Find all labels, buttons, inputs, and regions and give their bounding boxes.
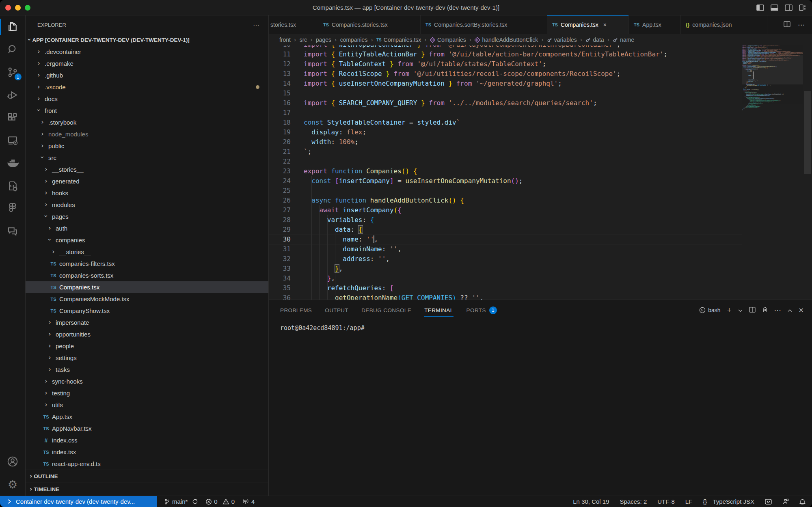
tree-item-settings[interactable]: ›settings [26, 352, 268, 364]
tree-item-tasks[interactable]: ›tasks [26, 364, 268, 375]
code-editor[interactable]: 10import { WithTopBarContainer } from '@… [269, 45, 812, 300]
accessibility-person-icon[interactable] [782, 498, 789, 505]
tree-item-appnavbar-tsx[interactable]: TSAppNavbar.tsx [26, 423, 268, 434]
zoom-window-button[interactable] [25, 5, 30, 11]
terminal-dropdown-chevron-icon[interactable] [738, 307, 743, 313]
tab-stories-tsx[interactable]: stories.tsx [269, 15, 318, 34]
close-panel-icon[interactable]: ✕ [799, 306, 804, 314]
tree-item-companies-tsx[interactable]: TSCompanies.tsx [26, 281, 268, 293]
tree-item-index-css[interactable]: #index.css [26, 434, 268, 446]
activity-run-debug-icon[interactable] [0, 84, 26, 106]
code-line-23[interactable]: 23export function Companies() { [269, 166, 742, 176]
activity-extensions-icon[interactable] [0, 106, 26, 129]
breadcrumb-item-src[interactable]: src [300, 37, 307, 43]
tree-item--devcontainer[interactable]: ›.devcontainer [26, 46, 268, 58]
code-line-19[interactable]: 19 display: flex; [269, 127, 742, 137]
tree-item-modules[interactable]: ›modules [26, 199, 268, 211]
tree-item-pages[interactable]: ›pages [26, 211, 268, 222]
tree-item-node-modules[interactable]: ›node_modules [26, 128, 268, 140]
tree-item-docs[interactable]: ›docs [26, 93, 268, 105]
panel-tab-output[interactable]: OUTPUT [325, 300, 348, 320]
tree-item-index-tsx[interactable]: TSindex.tsx [26, 446, 268, 458]
activity-docker-icon[interactable] [0, 152, 26, 175]
breadcrumb-item-data[interactable]: data [585, 37, 604, 43]
breadcrumb-item-companies[interactable]: companies [340, 37, 368, 43]
remote-indicator[interactable]: Container dev-twenty-dev (dev-twenty-dev… [0, 496, 157, 507]
tree-item-auth[interactable]: ›auth [26, 222, 268, 234]
cursor-position-item[interactable]: Ln 30, Col 19 [573, 498, 609, 505]
code-line-27[interactable]: 27 await insertCompany({ [269, 205, 742, 215]
code-line-26[interactable]: 26 async function handleAddButtonClick()… [269, 196, 742, 205]
tree-item--storybook[interactable]: ›.storybook [26, 117, 268, 128]
feedback-icon[interactable] [765, 498, 772, 505]
outline-section[interactable]: › OUTLINE [26, 470, 268, 483]
tree-item-sync-hooks[interactable]: ›sync-hooks [26, 375, 268, 387]
terminal[interactable]: root@0a42ecd84891:/app# [269, 320, 812, 332]
tree-item-generated[interactable]: ›generated [26, 175, 268, 187]
minimap[interactable]: import { getOperationName } from '@apoll… [742, 45, 803, 300]
code-line-18[interactable]: 18const StyledTableContainer = styled.di… [269, 118, 742, 127]
tree-item-hooks[interactable]: ›hooks [26, 187, 268, 199]
code-line-14[interactable]: 14import { useInsertOneCompanyMutation }… [269, 79, 742, 88]
tree-item-public[interactable]: ›public [26, 140, 268, 152]
tree-item-companyshow-tsx[interactable]: TSCompanyShow.tsx [26, 305, 268, 317]
tree-item-src[interactable]: ›src [26, 152, 268, 164]
tree-item-utils[interactable]: ›utils [26, 399, 268, 411]
panel-tab-problems[interactable]: PROBLEMS [280, 300, 312, 320]
tab-app-tsx[interactable]: TSApp.tsx [629, 15, 681, 34]
activity-search-icon[interactable] [0, 38, 26, 61]
activity-remote-explorer-icon[interactable] [0, 129, 26, 152]
tree-item--stories-[interactable]: ›__stories__ [26, 246, 268, 258]
activity-account-icon[interactable] [0, 450, 26, 473]
tree-item-companies-sorts-tsx[interactable]: TScompanies-sorts.tsx [26, 270, 268, 281]
ports-item[interactable]: 4 [242, 498, 255, 505]
code-line-25[interactable]: 25 [269, 186, 742, 196]
toggle-panel-icon[interactable] [771, 4, 778, 11]
code-line-11[interactable]: 11import { EntityTableActionBar } from '… [269, 50, 742, 59]
code-line-13[interactable]: 13import { RecoilScope } from '@/ui/util… [269, 69, 742, 79]
explorer-more-actions-icon[interactable]: ⋯ [253, 21, 260, 29]
close-window-button[interactable] [5, 5, 11, 11]
kill-terminal-trash-icon[interactable] [762, 306, 768, 314]
activity-comments-icon[interactable] [0, 220, 26, 243]
tree-item-front[interactable]: ›front [26, 105, 268, 117]
problems-item[interactable]: 0 0 [205, 498, 235, 505]
code-line-29[interactable]: 29 data: { [269, 225, 742, 235]
breadcrumb-item-pages[interactable]: pages [316, 37, 331, 43]
code-line-30[interactable]: 30 name: '', [269, 235, 742, 244]
indentation-item[interactable]: Spaces: 2 [620, 498, 647, 505]
eol-item[interactable]: LF [685, 498, 693, 505]
more-actions-icon[interactable]: ⋯ [798, 21, 805, 29]
notifications-bell-icon[interactable] [799, 498, 806, 505]
tree-item--github[interactable]: ›.github [26, 69, 268, 81]
code-line-34[interactable]: 34 }, [269, 274, 742, 283]
tree-item-companiesmockmode-tsx[interactable]: TSCompaniesMockMode.tsx [26, 293, 268, 305]
tree-item-testing[interactable]: ›testing [26, 387, 268, 399]
activity-settings-gear-icon[interactable]: ⚙ [0, 473, 26, 496]
tab-companies-stories-tsx[interactable]: TSCompanies.stories.tsx [318, 15, 421, 34]
close-tab-icon[interactable]: × [603, 22, 607, 28]
code-line-16[interactable]: 16import { SEARCH_COMPANY_QUERY } from '… [269, 98, 742, 108]
tab-companies-json[interactable]: {}companies.json [681, 15, 767, 34]
code-line-24[interactable]: 24 const [insertCompany] = useInsertOneC… [269, 176, 742, 186]
minimize-window-button[interactable] [15, 5, 21, 11]
code-line-17[interactable]: 17 [269, 108, 742, 118]
breadcrumb-item-variables[interactable]: variables [547, 37, 577, 43]
breadcrumb-item-front[interactable]: front [279, 37, 291, 43]
tab-companies-sortby-stories-tsx[interactable]: TSCompanies.sortBy.stories.tsx [421, 15, 547, 34]
code-line-36[interactable]: 36 getOperationName(GET_COMPANIES) ?? ''… [269, 293, 742, 300]
tree-item-people[interactable]: ›people [26, 340, 268, 352]
tree-item--ergomake[interactable]: ›.ergomake [26, 58, 268, 69]
code-line-32[interactable]: 32 address: '', [269, 254, 742, 264]
language-mode-item[interactable]: {} TypeScript JSX [703, 498, 754, 505]
code-line-10[interactable]: 10import { WithTopBarContainer } from '@… [269, 45, 742, 50]
editor-scrollbar[interactable] [803, 45, 812, 300]
panel-tab-terminal[interactable]: TERMINAL [424, 300, 453, 320]
tree-item-impersonate[interactable]: ›impersonate [26, 317, 268, 328]
timeline-section[interactable]: › TIMELINE [26, 483, 268, 496]
activity-source-control-icon[interactable]: 1 [0, 61, 26, 84]
tree-item-opportunities[interactable]: ›opportunities [26, 328, 268, 340]
split-terminal-icon[interactable] [749, 307, 756, 314]
code-line-28[interactable]: 28 variables: { [269, 215, 742, 225]
panel-tab-ports[interactable]: PORTS1 [466, 300, 497, 320]
